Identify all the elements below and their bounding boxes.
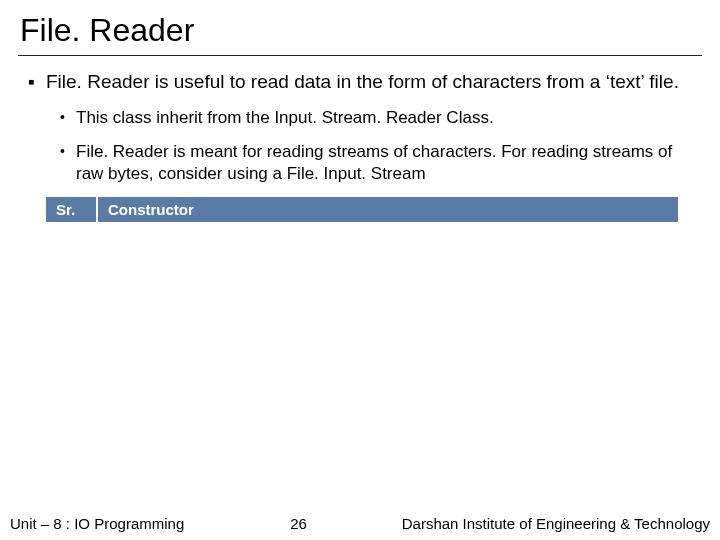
footer-unit: Unit – 8 : IO Programming [10,515,184,532]
bullet-text: File. Reader is useful to read data in t… [46,70,702,95]
constructor-table-header: Sr. Constructor [46,197,678,222]
title-underline [18,55,702,56]
slide-footer: Unit – 8 : IO Programming 26 Darshan Ins… [0,515,720,532]
dot-bullet-icon: • [60,107,76,129]
bullet-text: File. Reader is meant for reading stream… [76,141,702,185]
bullet-level2: • This class inherit from the Input. Str… [60,107,702,129]
table-header-sr: Sr. [46,197,98,222]
bullet-level1: ▪ File. Reader is useful to read data in… [28,70,702,95]
slide: File. Reader ▪ File. Reader is useful to… [0,0,720,540]
bullet-level2: • File. Reader is meant for reading stre… [60,141,702,185]
footer-page-number: 26 [290,515,307,532]
square-bullet-icon: ▪ [28,70,46,95]
footer-institute: Darshan Institute of Engineering & Techn… [402,515,710,532]
dot-bullet-icon: • [60,141,76,185]
bullet-text: This class inherit from the Input. Strea… [76,107,702,129]
slide-title: File. Reader [18,12,702,49]
table-header-constructor: Constructor [98,197,678,222]
